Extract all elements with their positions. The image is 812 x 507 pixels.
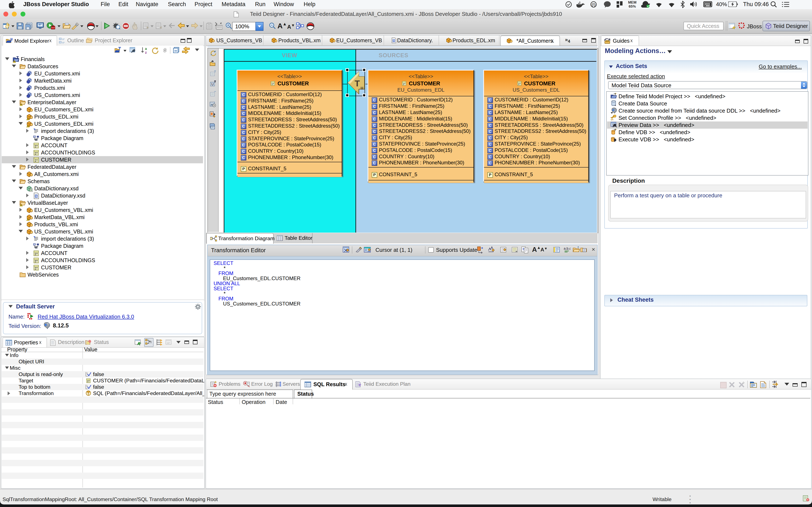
svg-text:M: M xyxy=(10,38,13,41)
svg-text:(!): (!) xyxy=(592,3,596,7)
svg-text:U: U xyxy=(211,82,214,86)
svg-text:a: a xyxy=(145,47,147,51)
svg-text:u: u xyxy=(361,85,363,91)
svg-text:z: z xyxy=(145,51,147,54)
svg-text:T: T xyxy=(355,79,360,88)
svg-text:a.b.c: a.b.c xyxy=(564,247,570,250)
